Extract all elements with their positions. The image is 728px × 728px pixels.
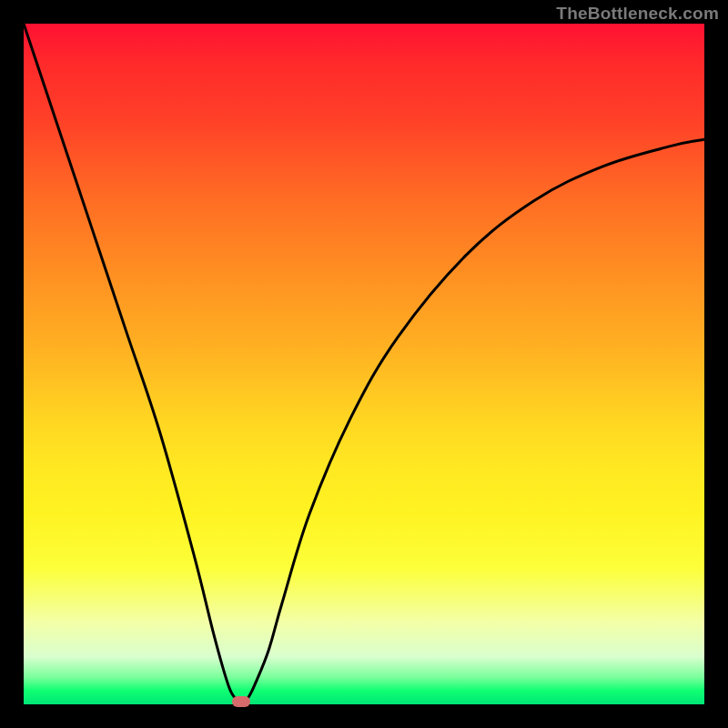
chart-frame: TheBottleneck.com <box>0 0 728 728</box>
watermark-text: TheBottleneck.com <box>556 4 719 24</box>
bottleneck-curve <box>24 24 704 704</box>
plot-area <box>24 24 704 704</box>
min-marker <box>232 696 250 707</box>
curve-layer <box>24 24 704 704</box>
